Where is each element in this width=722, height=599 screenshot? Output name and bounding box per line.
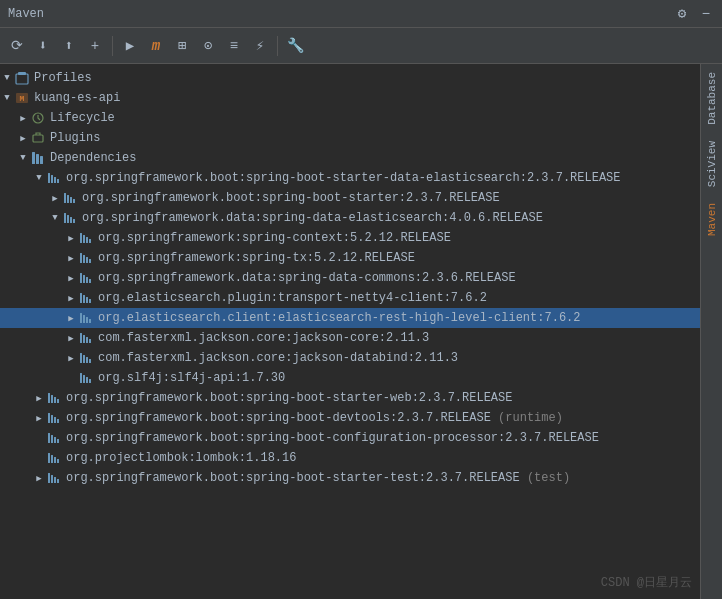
label-dep5: org.projectlombok:lombok:1.18.16 — [66, 451, 296, 465]
settings-button[interactable]: ⚙ — [674, 6, 690, 22]
tree-item-dep1-2-2[interactable]: ▶ org.springframework:spring-tx:5.2.12.R… — [0, 248, 700, 268]
svg-rect-15 — [70, 197, 72, 203]
svg-rect-69 — [48, 473, 50, 483]
svg-rect-32 — [89, 279, 91, 283]
execute-button[interactable]: ⚡ — [249, 35, 271, 57]
arrow-dep1-2-5: ▶ — [64, 311, 78, 325]
arrow-dep1-2-2: ▶ — [64, 251, 78, 265]
svg-rect-35 — [86, 297, 88, 303]
icon-dep1 — [46, 170, 62, 186]
svg-rect-43 — [86, 337, 88, 343]
icon-dep6 — [46, 470, 62, 486]
tree-item-dep1-2-5[interactable]: ▶ org.elasticsearch.client:elasticsearch… — [0, 308, 700, 328]
svg-rect-38 — [83, 315, 85, 323]
svg-rect-41 — [80, 333, 82, 343]
svg-rect-60 — [57, 419, 59, 423]
tree-item-dep1-2-6[interactable]: ▶ com.fasterxml.jackson.core:jackson-cor… — [0, 328, 700, 348]
label-kuang: kuang-es-api — [34, 91, 120, 105]
tree-item-dep4[interactable]: org.springframework.boot:spring-boot-con… — [0, 428, 700, 448]
svg-rect-12 — [57, 179, 59, 183]
svg-rect-10 — [51, 175, 53, 183]
profiles-button[interactable]: ≡ — [223, 35, 245, 57]
svg-rect-1 — [18, 72, 26, 75]
maven-button[interactable]: m — [145, 35, 167, 57]
tree-item-dep1-2[interactable]: ▼ org.springframework.data:spring-data-e… — [0, 208, 700, 228]
icon-plugins — [30, 130, 46, 146]
title-controls: ⚙ − — [674, 6, 714, 22]
tab-sciview[interactable]: SciView — [702, 133, 722, 195]
svg-rect-44 — [89, 339, 91, 343]
tree-item-dep3[interactable]: ▶ org.springframework.boot:spring-boot-d… — [0, 408, 700, 428]
svg-rect-62 — [51, 435, 53, 443]
toolbar: ⟳ ⬇ ⬆ + ▶ m ⊞ ⊙ ≡ ⚡ 🔧 — [0, 28, 722, 64]
svg-rect-20 — [73, 219, 75, 223]
toggle-button[interactable]: ⊞ — [171, 35, 193, 57]
svg-rect-19 — [70, 217, 72, 223]
tree-item-lifecycle[interactable]: ▶ Lifecycle — [0, 108, 700, 128]
svg-rect-45 — [80, 353, 82, 363]
arrow-dep6: ▶ — [32, 471, 46, 485]
tree-item-dep1-2-8[interactable]: org.slf4j:slf4j-api:1.7.30 — [0, 368, 700, 388]
label-dep3: org.springframework.boot:spring-boot-dev… — [66, 411, 491, 425]
svg-rect-70 — [51, 475, 53, 483]
tree-item-dep1-2-1[interactable]: ▶ org.springframework:spring-context:5.2… — [0, 228, 700, 248]
label-dep6-suffix: (test) — [520, 471, 570, 485]
tree-item-profiles[interactable]: ▼ Profiles — [0, 68, 700, 88]
tree-item-dep2[interactable]: ▶ org.springframework.boot:spring-boot-s… — [0, 388, 700, 408]
tree-item-dep1-2-7[interactable]: ▶ com.fasterxml.jackson.core:jackson-dat… — [0, 348, 700, 368]
svg-rect-59 — [54, 417, 56, 423]
icon-dep5 — [46, 450, 62, 466]
label-dep1-2-8: org.slf4j:slf4j-api:1.7.30 — [98, 371, 285, 385]
icon-dep1-2-2 — [78, 250, 94, 266]
tree-item-dep5[interactable]: org.projectlombok:lombok:1.18.16 — [0, 448, 700, 468]
icon-dep1-2-3 — [78, 270, 94, 286]
svg-rect-17 — [64, 213, 66, 223]
tab-database[interactable]: Database — [702, 64, 722, 133]
icon-profiles — [14, 70, 30, 86]
tree-item-plugins[interactable]: ▶ Plugins — [0, 128, 700, 148]
label-plugins: Plugins — [50, 131, 100, 145]
arrow-lifecycle: ▶ — [16, 111, 30, 125]
svg-rect-13 — [64, 193, 66, 203]
minimize-button[interactable]: − — [698, 6, 714, 22]
arrow-dep1: ▼ — [32, 171, 46, 185]
tree-item-dep1-1[interactable]: ▶ org.springframework.boot:spring-boot-s… — [0, 188, 700, 208]
add-button[interactable]: + — [84, 35, 106, 57]
label-dep6: org.springframework.boot:spring-boot-sta… — [66, 471, 520, 485]
separator-1 — [112, 36, 113, 56]
tree-item-dep1-2-4[interactable]: ▶ org.elasticsearch.plugin:transport-net… — [0, 288, 700, 308]
title-text: Maven — [8, 7, 44, 21]
tree-item-dep1-2-3[interactable]: ▶ org.springframework.data:spring-data-c… — [0, 268, 700, 288]
generate-button[interactable]: ⬆ — [58, 35, 80, 57]
icon-dep1-2 — [62, 210, 78, 226]
svg-rect-42 — [83, 335, 85, 343]
label-dep1-2-5: org.elasticsearch.client:elasticsearch-r… — [98, 311, 580, 325]
tree-item-dependencies[interactable]: ▼ Dependencies — [0, 148, 700, 168]
tree-item-dep1[interactable]: ▼ org.springframework.boot:spring-boot-s… — [0, 168, 700, 188]
watermark: CSDN @日星月云 — [601, 574, 692, 591]
settings-tool-button[interactable]: 🔧 — [284, 35, 306, 57]
tree-item-kuang-es-api[interactable]: ▼ M kuang-es-api — [0, 88, 700, 108]
svg-rect-54 — [51, 395, 53, 403]
icon-dep1-1 — [62, 190, 78, 206]
tree-item-dep6[interactable]: ▶ org.springframework.boot:spring-boot-s… — [0, 468, 700, 488]
skip-tests-button[interactable]: ⊙ — [197, 35, 219, 57]
svg-rect-40 — [89, 319, 91, 323]
label-dep1: org.springframework.boot:spring-boot-sta… — [66, 171, 621, 185]
arrow-dep3: ▶ — [32, 411, 46, 425]
tab-maven[interactable]: Maven — [702, 195, 722, 244]
label-dep1-2-7: com.fasterxml.jackson.core:jackson-datab… — [98, 351, 458, 365]
label-dep1-1: org.springframework.boot:spring-boot-sta… — [82, 191, 500, 205]
label-dep1-2-6: com.fasterxml.jackson.core:jackson-core:… — [98, 331, 429, 345]
refresh-button[interactable]: ⟳ — [6, 35, 28, 57]
icon-dep1-2-6 — [78, 330, 94, 346]
arrow-dep1-1: ▶ — [48, 191, 62, 205]
run-button[interactable]: ▶ — [119, 35, 141, 57]
svg-rect-39 — [86, 317, 88, 323]
tree-panel[interactable]: ▼ Profiles ▼ M kuang-es-api ▶ Li — [0, 64, 700, 599]
download-button[interactable]: ⬇ — [32, 35, 54, 57]
svg-rect-48 — [89, 359, 91, 363]
svg-rect-30 — [83, 275, 85, 283]
svg-rect-28 — [89, 259, 91, 263]
svg-rect-52 — [89, 379, 91, 383]
